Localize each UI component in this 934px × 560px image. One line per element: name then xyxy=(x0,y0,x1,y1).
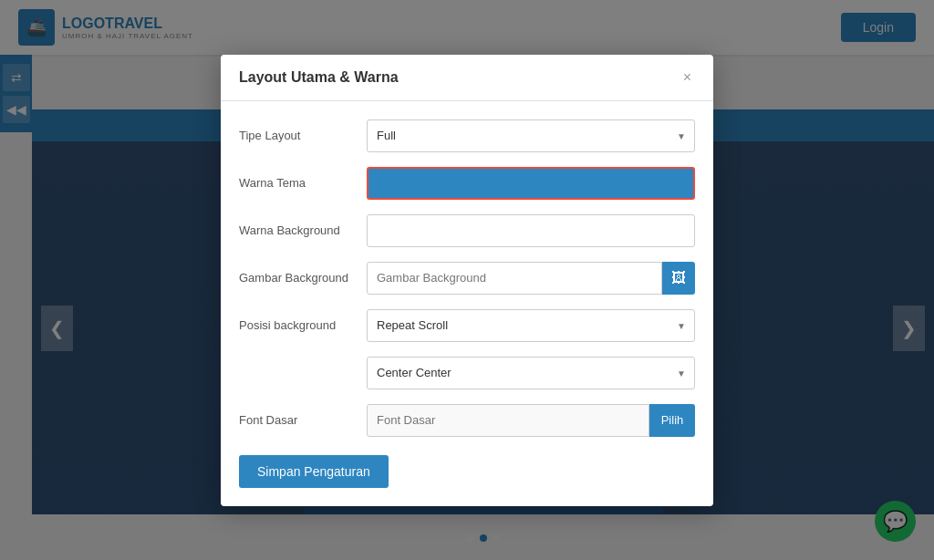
font-dasar-input-group: Pilih xyxy=(367,404,695,437)
simpan-pengaturan-button[interactable]: Simpan Pengaturan xyxy=(239,455,389,488)
font-dasar-input[interactable] xyxy=(367,404,649,437)
posisi-background-select1[interactable]: Repeat Scroll No Repeat Repeat X Repeat … xyxy=(367,309,695,342)
gambar-background-upload-button[interactable]: 🖼 xyxy=(662,262,695,295)
warna-background-label: Warna Background xyxy=(239,223,367,237)
posisi-background-label: Posisi background xyxy=(239,318,367,332)
posisi-background-select2-wrapper[interactable]: Center Center Top Left Top Right Bottom … xyxy=(367,357,695,389)
gambar-background-input-group: 🖼 xyxy=(367,262,695,295)
modal-title: Layout Utama & Warna xyxy=(239,69,399,86)
modal-body: Tipe Layout Full Boxed Warna Tema Warna … xyxy=(221,101,713,506)
save-row: Simpan Pengaturan xyxy=(239,451,695,488)
font-dasar-row: Font Dasar Pilih xyxy=(239,404,695,437)
modal-overlay: Layout Utama & Warna × Tipe Layout Full … xyxy=(0,0,934,560)
gambar-background-row: Gambar Background 🖼 xyxy=(239,262,695,295)
tipe-layout-select-wrapper[interactable]: Full Boxed xyxy=(367,119,695,152)
tipe-layout-row: Tipe Layout Full Boxed xyxy=(239,119,695,152)
posisi-background-select2[interactable]: Center Center Top Left Top Right Bottom … xyxy=(367,357,695,389)
warna-tema-row: Warna Tema xyxy=(239,167,695,200)
modal-header: Layout Utama & Warna × xyxy=(221,55,713,101)
modal-dialog: Layout Utama & Warna × Tipe Layout Full … xyxy=(221,55,713,506)
posisi-background-select1-wrapper[interactable]: Repeat Scroll No Repeat Repeat X Repeat … xyxy=(367,309,695,342)
warna-background-color-bar[interactable] xyxy=(367,214,695,247)
warna-tema-color-bar[interactable] xyxy=(367,167,695,200)
gambar-background-label: Gambar Background xyxy=(239,271,367,285)
tipe-layout-label: Tipe Layout xyxy=(239,129,367,142)
modal-close-button[interactable]: × xyxy=(680,69,695,86)
tipe-layout-select[interactable]: Full Boxed xyxy=(367,119,695,152)
gambar-background-input[interactable] xyxy=(367,262,662,295)
warna-background-row: Warna Background xyxy=(239,214,695,247)
posisi-background-row: Posisi background Repeat Scroll No Repea… xyxy=(239,309,695,342)
posisi-background-row2: Center Center Top Left Top Right Bottom … xyxy=(239,357,695,389)
font-dasar-label: Font Dasar xyxy=(239,413,367,427)
pilih-font-button[interactable]: Pilih xyxy=(649,404,695,437)
warna-tema-label: Warna Tema xyxy=(239,176,367,190)
